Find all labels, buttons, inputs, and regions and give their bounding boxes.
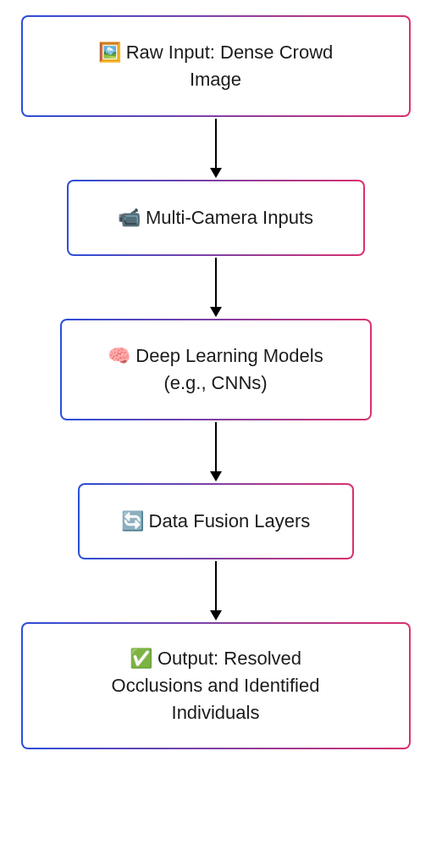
svg-marker-7	[210, 610, 222, 620]
flow-arrow	[20, 117, 411, 180]
node-text-line: Occlusions and Identified	[112, 672, 320, 699]
arrow-down-icon	[207, 559, 224, 622]
brain-icon: 🧠	[108, 345, 130, 366]
arrow-down-icon	[207, 256, 224, 319]
node-text-line: 📹Multi-Camera Inputs	[118, 204, 313, 231]
node-text-line: Individuals	[172, 699, 260, 726]
image-icon: 🖼️	[98, 42, 121, 63]
node-text-line: Image	[190, 66, 241, 93]
flow-node-multi-camera: 📹Multi-Camera Inputs	[67, 180, 365, 256]
svg-marker-5	[210, 471, 222, 481]
node-text: Multi-Camera Inputs	[146, 207, 313, 228]
node-text-line: 🔄Data Fusion Layers	[121, 508, 311, 535]
svg-marker-3	[210, 307, 222, 317]
node-text: Output: Resolved	[157, 648, 301, 669]
flow-node-deep-learning: 🧠Deep Learning Models (e.g., CNNs)	[60, 319, 372, 420]
node-text-line: 🖼️Raw Input: Dense Crowd	[98, 39, 334, 66]
check-icon: ✅	[130, 648, 152, 669]
node-text: Raw Input: Dense Crowd	[126, 42, 334, 63]
flow-arrow	[20, 559, 411, 622]
svg-marker-1	[210, 168, 222, 178]
node-text-line: (e.g., CNNs)	[163, 370, 267, 397]
arrow-down-icon	[207, 420, 224, 483]
arrow-down-icon	[207, 117, 224, 180]
flow-arrow	[20, 256, 411, 319]
flow-node-raw-input: 🖼️Raw Input: Dense Crowd Image	[21, 15, 411, 117]
camera-icon: 📹	[118, 207, 141, 228]
node-text-line: 🧠Deep Learning Models	[108, 342, 323, 370]
node-text: Deep Learning Models	[135, 345, 323, 366]
refresh-icon: 🔄	[121, 510, 144, 531]
flow-node-data-fusion: 🔄Data Fusion Layers	[78, 483, 354, 559]
flow-arrow	[20, 420, 411, 483]
node-text-line: ✅Output: Resolved	[130, 645, 301, 672]
node-text: Data Fusion Layers	[149, 510, 311, 531]
flow-node-output: ✅Output: Resolved Occlusions and Identif…	[21, 622, 411, 749]
